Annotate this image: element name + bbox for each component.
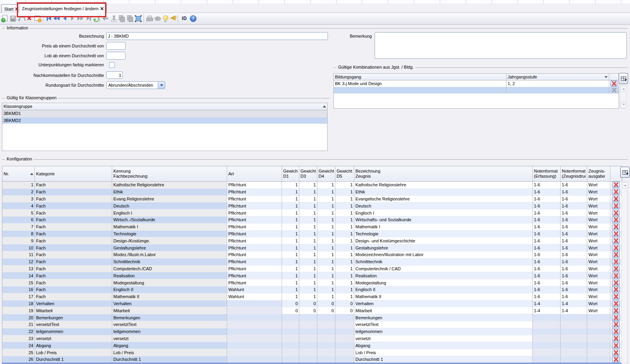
tab-zeugniseinstellungen[interactable]: Zeugniseinstellungen festlegen / ändern — [19, 4, 107, 13]
cell-nr[interactable]: 12 — [2, 258, 35, 266]
cell-gewicht-d5[interactable] — [335, 356, 354, 363]
cell-gewicht-d1[interactable]: 1 — [282, 196, 299, 203]
cell-gewicht-d3[interactable] — [299, 335, 317, 342]
cell-zeugnisausgabe[interactable] — [587, 342, 610, 349]
cell-notenformat-zeugnisdruck[interactable]: 1-6 — [561, 189, 587, 196]
cell-nr[interactable]: 6 — [2, 217, 35, 224]
cell-gewicht-d3[interactable] — [299, 314, 317, 321]
kombinationen-row[interactable]: BK 3-j.Mode und Design1, 2 — [334, 80, 619, 87]
cell-zeugnisausgabe[interactable]: Wort — [587, 217, 610, 224]
cell-zeugnisausgabe[interactable]: Wort — [587, 307, 610, 314]
cell-notenformat-erfassung[interactable]: 1-6 — [533, 182, 561, 189]
column-header-gewicht-d5[interactable]: GewichtD5 — [335, 166, 354, 181]
cell-gewicht-d3[interactable] — [299, 349, 317, 356]
cell-art[interactable]: Pflichtunt — [227, 202, 282, 209]
cell-gewicht-d4[interactable]: 1 — [317, 286, 335, 293]
cell-bezeichnung-zeugnis[interactable]: Abgang — [354, 342, 533, 349]
delete-row-button[interactable] — [610, 87, 617, 93]
cell-nr[interactable]: 22 — [2, 328, 35, 335]
cell-gewicht-d4[interactable]: 1 — [317, 279, 335, 286]
cell-gewicht-d1[interactable]: 1 — [282, 182, 299, 189]
klassengruppen-row[interactable]: 3BKMD2 — [2, 117, 327, 124]
cell-bildungsgang[interactable]: BK 3-j.Mode und Design — [334, 80, 506, 87]
cell-zeugnisausgabe[interactable]: Wort — [587, 251, 610, 258]
nav-fast-forward-icon[interactable] — [76, 15, 84, 22]
cell-gewicht-d4[interactable]: 1 — [317, 272, 335, 279]
konfig-row[interactable]: 4FachDeutschPflichtunt1111Deutsch1-61-6W… — [2, 202, 622, 209]
cell-gewicht-d3[interactable]: 1 — [299, 293, 317, 300]
cell-nr[interactable]: 3 — [2, 196, 35, 203]
delete-row-button[interactable] — [612, 321, 620, 328]
cell-zeugnisausgabe[interactable]: Wort — [587, 286, 610, 293]
cell-notenformat-erfassung[interactable]: 1-6 — [533, 244, 561, 251]
delete-row-button[interactable] — [612, 349, 620, 356]
cell-notenformat-erfassung[interactable]: 1-6 — [533, 251, 561, 258]
cell-kennung[interactable]: Englisch II — [112, 286, 227, 293]
cell-gewicht-d3[interactable]: 1 — [299, 209, 317, 217]
cell-nr[interactable]: 19 — [2, 307, 35, 314]
cell-nr[interactable]: 13 — [2, 266, 35, 273]
cell-notenformat-erfassung[interactable]: 1-6 — [533, 258, 561, 266]
cell-art[interactable]: Wahlunt — [227, 286, 282, 293]
cell-gewicht-d5[interactable]: 0 — [335, 300, 354, 308]
column-header-gewicht-d1[interactable]: GewichtD1 — [282, 166, 299, 181]
konfig-row[interactable]: 24AbgangAbgangAbgang — [2, 342, 622, 349]
cell-notenformat-zeugnisdruck[interactable]: 1-6 — [561, 293, 587, 300]
cell-notenformat-zeugnisdruck[interactable] — [561, 314, 587, 321]
cell-notenformat-erfassung[interactable]: 1-6 — [533, 224, 561, 231]
cell-gewicht-d5[interactable]: 1 — [335, 237, 354, 244]
konfig-row[interactable]: 15FachModegestaltungPflichtunt1111Modege… — [2, 279, 622, 286]
preis-input[interactable] — [106, 42, 126, 50]
cell-zeugnisausgabe[interactable] — [587, 314, 610, 321]
cell-zeugnisausgabe[interactable]: Wort — [587, 237, 610, 244]
cell-kategorie[interactable]: Fach — [35, 244, 112, 251]
cell-kategorie[interactable]: Fach — [35, 272, 112, 279]
cell-bezeichnung-zeugnis[interactable]: Modezeichnen/Illustration mit Labor — [354, 251, 533, 258]
cell-nr[interactable]: 20 — [2, 314, 35, 321]
cell-zeugnisausgabe[interactable]: Wort — [587, 202, 610, 209]
konfig-row[interactable]: 11FachModez./Illustr.m.LaborPflichtunt11… — [2, 251, 622, 258]
cell-kennung[interactable]: Technologie — [112, 231, 227, 238]
cell-notenformat-erfassung[interactable]: 1-6 — [533, 202, 561, 209]
delete-row-button[interactable] — [612, 280, 620, 286]
cell-zeugnisausgabe[interactable] — [587, 328, 610, 335]
cell-gewicht-d3[interactable]: 1 — [299, 217, 317, 224]
cell-gewicht-d4[interactable]: 1 — [317, 231, 335, 238]
delete-row-button[interactable] — [612, 258, 620, 265]
cell-art[interactable]: Pflichtunt — [227, 266, 282, 273]
cell-gewicht-d1[interactable]: 1 — [282, 244, 299, 251]
konfig-row[interactable]: 6FachWirtsch.-/SozialkundePflichtunt1111… — [2, 217, 622, 224]
cell-bezeichnung-zeugnis[interactable]: Katholische Religionslehre — [354, 182, 533, 189]
delete-row-button[interactable] — [612, 189, 620, 195]
konfig-row[interactable]: 19MitarbeitMitarbeit0000Mitarbeit1-41-4W… — [2, 307, 622, 314]
cell-kennung[interactable]: Ethik — [112, 189, 227, 196]
delete-row-button[interactable] — [612, 293, 620, 300]
cell-gewicht-d3[interactable]: 1 — [299, 266, 317, 273]
print-icon[interactable] — [146, 15, 153, 22]
cell-zeugnisausgabe[interactable]: Wort — [587, 209, 610, 217]
cell-notenformat-zeugnisdruck[interactable]: 1-6 — [561, 231, 587, 238]
unterpunktungen-checkbox[interactable] — [109, 62, 115, 68]
column-header-gewicht-d3[interactable]: GewichtD3 — [299, 166, 317, 181]
cell-art[interactable]: Pflichtunt — [227, 258, 282, 266]
record-disc-icon[interactable] — [154, 15, 162, 22]
cell-gewicht-d5[interactable]: 1 — [335, 189, 354, 196]
cell-notenformat-erfassung[interactable] — [533, 356, 561, 363]
cell-bezeichnung-zeugnis[interactable]: Englisch II — [354, 286, 533, 293]
cell-gewicht-d4[interactable]: 1 — [317, 293, 335, 300]
refresh-icon[interactable] — [92, 15, 100, 22]
cell-nr[interactable]: 23 — [2, 335, 35, 342]
cell-bezeichnung-zeugnis[interactable]: teilgenommen — [354, 328, 533, 335]
cell-gewicht-d1[interactable] — [282, 356, 299, 363]
cell-art[interactable]: Pflichtunt — [227, 217, 282, 224]
nav-first-icon[interactable] — [45, 15, 53, 22]
cell-bezeichnung-zeugnis[interactable]: Durchschnitt 1 — [354, 356, 533, 363]
cell-kategorie[interactable]: Fach — [35, 293, 112, 300]
cell-gewicht-d4[interactable]: 1 — [317, 202, 335, 209]
cell-art[interactable]: Pflichtunt — [227, 237, 282, 244]
cell-notenformat-zeugnisdruck[interactable]: 1-6 — [561, 286, 587, 293]
cell-kennung[interactable]: Katholische Religionslehre — [112, 182, 227, 189]
cell-nr[interactable]: 10 — [2, 244, 35, 251]
cell-zeugnisausgabe[interactable] — [587, 349, 610, 356]
record-id-icon[interactable]: ID — [180, 15, 189, 22]
